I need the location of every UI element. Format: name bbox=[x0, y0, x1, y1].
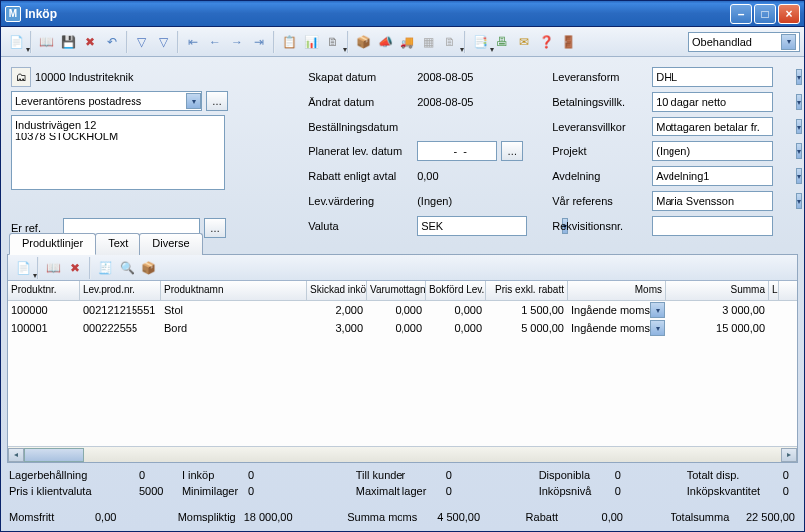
projekt-value[interactable] bbox=[653, 145, 796, 157]
leveransform-combo[interactable]: ▾ bbox=[652, 67, 773, 87]
cell-produktnamn[interactable]: Stol bbox=[161, 301, 307, 319]
pris-klient-label: Pris i klientvaluta bbox=[9, 485, 134, 497]
cell-skickad[interactable]: 3,000 bbox=[307, 319, 367, 337]
line-browse-icon[interactable]: 🔍 bbox=[117, 258, 136, 278]
table-row[interactable]: 100000 002121215551 Stol 2,000 0,000 0,0… bbox=[8, 301, 797, 319]
autofill-icon[interactable]: 📦 bbox=[353, 32, 373, 52]
planerat-lev-lookup-button[interactable]: … bbox=[501, 141, 523, 161]
new-icon[interactable]: 📄 bbox=[6, 32, 26, 52]
report-icon[interactable]: 🗎 bbox=[440, 32, 460, 52]
cell-produktnr[interactable]: 100001 bbox=[8, 319, 80, 337]
address-textarea[interactable] bbox=[11, 115, 225, 190]
col-moms[interactable]: Moms bbox=[568, 281, 666, 300]
cell-varumott[interactable]: 0,000 bbox=[367, 301, 426, 319]
lev-vardering-label: Lev.värdering bbox=[308, 191, 417, 211]
projekt-combo[interactable]: ▾ bbox=[652, 141, 773, 161]
filter-icon[interactable]: ▽ bbox=[132, 32, 151, 52]
minimize-button[interactable]: – bbox=[730, 4, 752, 24]
inkopsniva-label: Inköpsnivå bbox=[539, 485, 609, 497]
cell-levprodnr[interactable]: 000222555 bbox=[80, 319, 161, 337]
scroll-right-icon[interactable]: ▸ bbox=[781, 448, 797, 462]
cell-summa[interactable]: 3 000,00 bbox=[666, 301, 769, 319]
betalvillk-value[interactable] bbox=[653, 96, 796, 108]
valuta-value[interactable] bbox=[418, 220, 562, 232]
table-row[interactable]: 100001 000222555 Bord 3,000 0,000 0,000 … bbox=[8, 319, 797, 337]
betalvillk-combo[interactable]: ▾ bbox=[652, 92, 773, 112]
chart-icon[interactable]: 📊 bbox=[301, 32, 321, 52]
line-new-icon[interactable]: 📄 bbox=[13, 258, 33, 278]
chevron-down-icon[interactable]: ▾ bbox=[650, 320, 665, 336]
open-icon[interactable]: 📖 bbox=[36, 32, 56, 52]
line-package-icon[interactable]: 📦 bbox=[138, 258, 158, 278]
supplier-icon[interactable]: 🗂 bbox=[11, 67, 31, 87]
cell-bokford[interactable]: 0,000 bbox=[426, 301, 486, 319]
col-pris-exkl[interactable]: Pris exkl. rabatt bbox=[486, 281, 568, 300]
chevron-down-icon[interactable]: ▾ bbox=[650, 302, 665, 318]
scroll-left-icon[interactable]: ◂ bbox=[8, 448, 24, 462]
col-produktnamn[interactable]: Produktnamn bbox=[161, 281, 307, 300]
cell-moms[interactable]: Ingående moms▾ bbox=[568, 301, 666, 319]
col-skickad[interactable]: Skickad inköpso bbox=[307, 281, 367, 300]
tab-text[interactable]: Text bbox=[95, 233, 140, 255]
filter-off-icon[interactable]: ▽ bbox=[153, 32, 173, 52]
exit-icon[interactable]: 🚪 bbox=[558, 32, 578, 52]
horizontal-scrollbar[interactable]: ◂ ▸ bbox=[8, 446, 797, 462]
truck-icon[interactable]: 🚚 bbox=[397, 32, 416, 52]
scroll-thumb[interactable] bbox=[24, 448, 84, 462]
help-icon[interactable]: ❓ bbox=[536, 32, 556, 52]
delete-icon[interactable]: ✖ bbox=[80, 32, 100, 52]
copy-icon[interactable]: 📋 bbox=[279, 32, 299, 52]
col-produktnr[interactable]: Produktnr. bbox=[8, 281, 80, 300]
cell-pris[interactable]: 5 000,00 bbox=[486, 319, 568, 337]
col-varumott[interactable]: Varumottagn bbox=[367, 281, 426, 300]
col-levprodnr[interactable]: Lev.prod.nr. bbox=[80, 281, 161, 300]
tab-produktlinjer[interactable]: Produktlinjer bbox=[9, 233, 96, 255]
cell-pris[interactable]: 1 500,00 bbox=[486, 301, 568, 319]
leveransvillkor-value[interactable] bbox=[653, 121, 796, 133]
grid-body[interactable]: 100000 002121215551 Stol 2,000 0,000 0,0… bbox=[8, 301, 797, 446]
address-type-combo[interactable]: ▾ bbox=[11, 91, 202, 111]
prev-icon[interactable]: ← bbox=[205, 32, 225, 52]
cell-produktnr[interactable]: 100000 bbox=[8, 301, 80, 319]
mail-icon[interactable]: ✉ bbox=[514, 32, 534, 52]
address-lookup-button[interactable]: … bbox=[206, 91, 228, 111]
cell-skickad[interactable]: 2,000 bbox=[307, 301, 367, 319]
voice-icon[interactable]: 📣 bbox=[375, 32, 395, 52]
var-referens-value[interactable] bbox=[653, 195, 796, 207]
avdelning-value[interactable] bbox=[653, 170, 796, 182]
status-combo[interactable]: Obehandlad ▾ bbox=[688, 32, 800, 52]
save-icon[interactable]: 💾 bbox=[58, 32, 78, 52]
app-window: M Inköp – □ × 📄 📖 💾 ✖ ↶ ▽ ▽ ⇤ ← → ⇥ 📋 📊 … bbox=[0, 0, 805, 532]
col-bokford[interactable]: Bokförd Lev. bbox=[426, 281, 486, 300]
leveransvillkor-combo[interactable]: ▾ bbox=[652, 117, 773, 136]
planerat-lev-input[interactable] bbox=[417, 141, 497, 161]
cell-moms[interactable]: Ingående moms▾ bbox=[568, 319, 666, 337]
sheet-icon[interactable]: ▦ bbox=[418, 32, 438, 52]
document-icon[interactable]: 📑 bbox=[470, 32, 490, 52]
address-type-value[interactable] bbox=[12, 95, 186, 107]
cell-levprodnr[interactable]: 002121215551 bbox=[80, 301, 161, 319]
line-invoice-icon[interactable]: 🧾 bbox=[95, 258, 115, 278]
line-open-icon[interactable]: 📖 bbox=[43, 258, 63, 278]
log-icon[interactable]: 🗎 bbox=[323, 32, 343, 52]
cell-produktnamn[interactable]: Bord bbox=[161, 319, 307, 337]
next-icon[interactable]: → bbox=[227, 32, 247, 52]
tab-diverse[interactable]: Diverse bbox=[139, 233, 202, 255]
undo-icon[interactable]: ↶ bbox=[102, 32, 122, 52]
col-l[interactable]: L bbox=[769, 281, 779, 300]
print-icon[interactable]: 🖶 bbox=[492, 32, 512, 52]
last-icon[interactable]: ⇥ bbox=[249, 32, 269, 52]
col-summa[interactable]: Summa bbox=[666, 281, 769, 300]
till-kunder-label: Till kunder bbox=[356, 469, 440, 481]
cell-summa[interactable]: 15 000,00 bbox=[666, 319, 769, 337]
var-referens-combo[interactable]: ▾ bbox=[652, 191, 773, 211]
line-delete-icon[interactable]: ✖ bbox=[65, 258, 85, 278]
first-icon[interactable]: ⇤ bbox=[183, 32, 203, 52]
close-button[interactable]: × bbox=[778, 4, 800, 24]
cell-varumott[interactable]: 0,000 bbox=[367, 319, 426, 337]
leveransform-value[interactable] bbox=[653, 71, 796, 83]
cell-bokford[interactable]: 0,000 bbox=[426, 319, 486, 337]
avdelning-combo[interactable]: ▾ bbox=[652, 166, 773, 186]
maximize-button[interactable]: □ bbox=[754, 4, 776, 24]
tab-strip: Produktlinjer Text Diverse bbox=[7, 232, 798, 254]
